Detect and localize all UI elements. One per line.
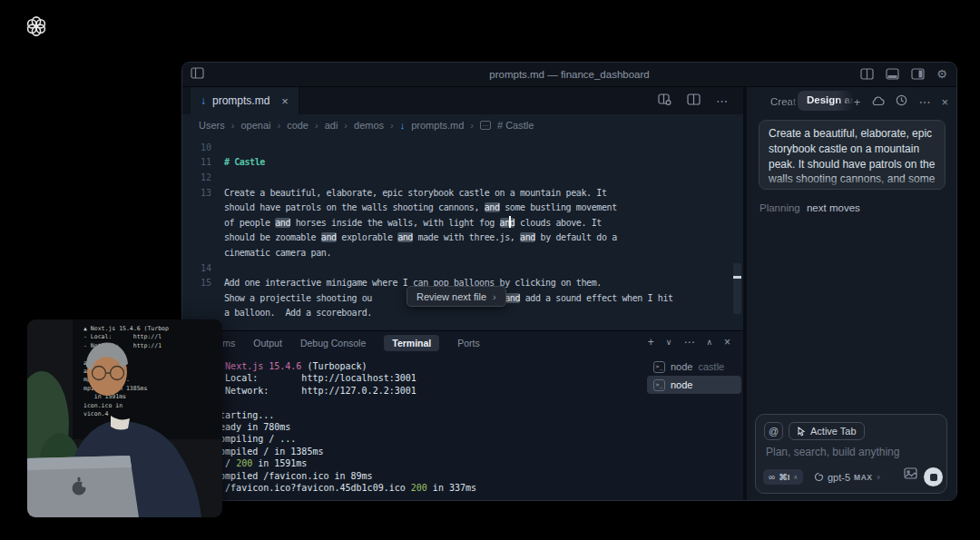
line-content: a balloon. Add a scoreboard. <box>224 308 372 318</box>
breadcrumb-item[interactable]: # Castle <box>497 120 534 131</box>
toggle-right-panel-icon[interactable] <box>911 68 925 80</box>
symbol-icon: ··· <box>480 121 491 130</box>
tab-label: prompts.md <box>212 94 270 107</box>
terminal-instance-label: node <box>671 361 692 372</box>
settings-gear-icon[interactable]: ⚙ <box>936 67 947 81</box>
new-terminal-icon[interactable]: + <box>648 336 654 349</box>
breadcrumb-item[interactable]: adi <box>325 120 338 131</box>
cursor-pointer-icon <box>797 427 806 437</box>
breadcrumb-separator: › <box>315 120 318 131</box>
editor-line[interactable]: a balloon. Add a scoreboard. <box>182 306 743 321</box>
status-dim-text: Planning <box>760 202 800 213</box>
open-preview-icon[interactable] <box>658 93 671 109</box>
terminal-instance-label: node <box>671 379 692 390</box>
line-number: 10 <box>182 142 211 152</box>
more-actions-icon[interactable]: ⋯ <box>716 94 729 108</box>
new-chat-icon[interactable]: + <box>854 95 861 109</box>
editor-window: prompts.md — finance_dashboard ⚙ <box>181 62 957 501</box>
panel-more-icon[interactable]: ⋯ <box>918 95 930 109</box>
history-clock-icon[interactable] <box>896 94 907 109</box>
breadcrumb-item[interactable]: code <box>287 120 309 131</box>
split-editor-right-icon[interactable] <box>687 93 701 109</box>
editor-line[interactable]: should be zoomable and explorable and ma… <box>182 231 743 246</box>
tshirt-collar <box>111 416 130 430</box>
line-number: 14 <box>182 263 211 273</box>
editor-line[interactable]: of people and horses inside the walls, w… <box>182 215 743 231</box>
editor-line[interactable]: 13Create a beautiful, elaborate, epic st… <box>182 185 743 201</box>
line-content: should have patrols on the walls shootin… <box>224 202 617 212</box>
terminal-instance-node-castle[interactable]: >_nodecastle <box>647 358 741 376</box>
agent-mode-chip[interactable]: ∞ ⌘I ∧ <box>763 469 803 485</box>
editor-group: ↓ prompts.md × ⋯ <box>182 87 743 500</box>
breadcrumb[interactable]: Users›openai›code›adi›demos›↓prompts.md›… <box>182 114 743 136</box>
editor-line[interactable]: should have patrols on the walls shootin… <box>182 200 743 215</box>
status-bright-text: next moves <box>807 202 860 213</box>
editor-line[interactable]: 12 <box>182 170 743 185</box>
line-number: 12 <box>182 172 211 182</box>
assistant-input-box[interactable]: @ Active Tab Plan, search, build anythin… <box>755 414 947 494</box>
assistant-status: Planning next moves <box>760 202 860 213</box>
toggle-panel-icon[interactable] <box>886 68 899 80</box>
editor-line[interactable]: 11# Castle <box>182 155 743 171</box>
breadcrumb-item[interactable]: demos <box>354 120 384 131</box>
editor-line[interactable]: cinematic camera pan. <box>182 245 743 260</box>
line-content: Create a beautiful, elaborate, epic stor… <box>224 188 607 198</box>
terminal-line: ✓ Compiled / in 1385ms <box>203 446 743 457</box>
maximize-panel-icon[interactable]: ∧ <box>706 338 712 347</box>
user-message-card: Create a beautiful, elaborate, epic stor… <box>759 120 946 190</box>
breadcrumb-item[interactable]: prompts.md <box>411 120 464 131</box>
presenter-illustration <box>27 319 222 517</box>
terminal-tab-ports[interactable]: Ports <box>457 338 480 349</box>
terminal-tab-output[interactable]: Output <box>253 338 282 349</box>
breadcrumb-item[interactable]: Users <box>199 120 225 131</box>
editor-scrollbar[interactable] <box>733 263 741 314</box>
breadcrumb-separator: › <box>344 120 348 131</box>
toggle-sidebar-icon[interactable] <box>191 67 204 79</box>
terminal-tab-terminal[interactable]: Terminal <box>384 335 439 351</box>
terminal-more-icon[interactable]: ⋯ <box>683 336 694 349</box>
terminal-instance-node[interactable]: >_node <box>647 376 741 394</box>
markdown-file-icon: ↓ <box>400 120 406 131</box>
model-swirl-icon <box>814 472 824 482</box>
attach-image-icon[interactable] <box>904 466 917 483</box>
tab-prompts-md[interactable]: ↓ prompts.md × <box>191 87 299 114</box>
review-next-file-tooltip[interactable]: Review next file › <box>407 286 506 307</box>
active-tab-context-chip[interactable]: Active Tab <box>789 422 865 440</box>
close-assistant-icon[interactable]: × <box>941 95 948 109</box>
window-title: prompts.md — finance_dashboard <box>182 69 956 80</box>
terminal-line: ✓ Compiled /favicon.ico in 89ms <box>203 470 743 482</box>
breadcrumb-item[interactable]: openai <box>240 120 270 131</box>
assistant-panel: Creat Design ar + ⋯ × Create a beautiful… <box>743 87 956 500</box>
chevron-down-icon: ∨ <box>876 474 880 481</box>
terminal-profile-chevron-icon[interactable]: ∨ <box>666 338 672 347</box>
editor-line[interactable]: 10 <box>182 140 743 155</box>
terminal-line: ✓ Ready in 780ms <box>203 421 743 433</box>
terminal-line <box>203 397 743 408</box>
breadcrumb-separator: › <box>470 120 474 131</box>
line-content: cinematic camera pan. <box>224 248 331 258</box>
breadcrumb-separator: › <box>231 120 235 131</box>
markdown-file-icon: ↓ <box>201 95 206 106</box>
stop-generation-button[interactable] <box>924 467 943 486</box>
context-chip-label: Active Tab <box>810 426 857 437</box>
terminal-icon: >_ <box>653 361 665 373</box>
mention-button[interactable]: @ <box>764 422 783 440</box>
terminal-instance-list: >_nodecastle>_node <box>647 358 741 394</box>
assistant-tab-active[interactable]: Design ar <box>798 91 854 111</box>
close-tab-icon[interactable]: × <box>281 94 289 108</box>
openai-logo <box>24 14 49 39</box>
terminal-tab-debug-console[interactable]: Debug Console <box>300 338 366 349</box>
chevron-right-icon: › <box>493 291 496 302</box>
cloud-icon[interactable] <box>871 95 885 109</box>
terminal-line: GET / 200 in 1591ms <box>203 457 743 469</box>
assistant-tab-inactive[interactable]: Creat <box>770 96 801 107</box>
editor-line[interactable]: 14 <box>182 260 743 276</box>
model-selector[interactable]: gpt-5 MAX ∨ <box>814 469 881 485</box>
breadcrumb-separator: › <box>277 120 280 131</box>
window-titlebar: prompts.md — finance_dashboard ⚙ <box>182 63 956 87</box>
terminal-panel: ProblemsOutputDebug ConsoleTerminalPorts… <box>182 330 743 500</box>
split-editor-icon[interactable] <box>860 68 874 80</box>
infinity-icon: ∞ <box>769 472 775 482</box>
terminal-line: GET /favicon.ico?favicon.45db1c09.ico 20… <box>203 482 743 494</box>
close-panel-icon[interactable]: × <box>724 336 730 349</box>
